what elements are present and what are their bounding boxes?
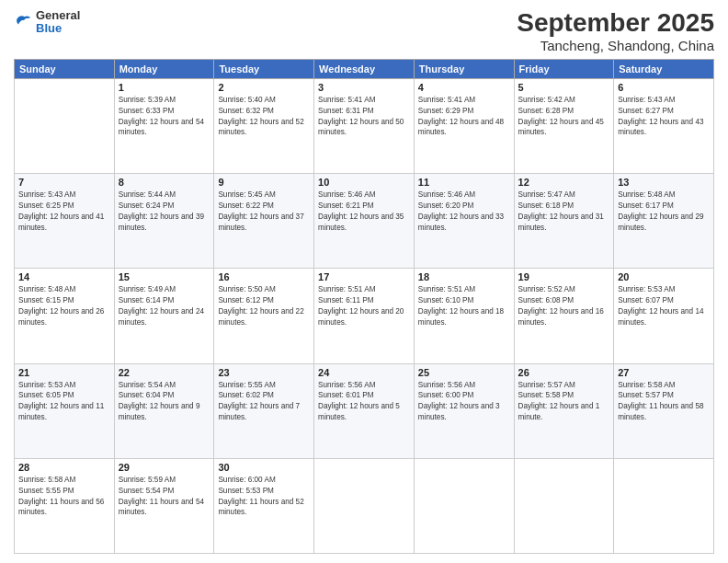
calendar-cell: [614, 458, 714, 553]
page-subtitle: Tancheng, Shandong, China: [517, 38, 714, 53]
calendar-cell: 10Sunrise: 5:46 AMSunset: 6:21 PMDayligh…: [314, 174, 415, 269]
calendar-cell: 30Sunrise: 6:00 AMSunset: 5:53 PMDayligh…: [214, 458, 314, 553]
day-number: 1: [119, 82, 210, 93]
day-info: Sunrise: 5:46 AMSunset: 6:20 PMDaylight:…: [418, 190, 510, 234]
day-info: Sunrise: 5:52 AMSunset: 6:08 PMDaylight:…: [518, 284, 610, 328]
day-info: Sunrise: 5:40 AMSunset: 6:32 PMDaylight:…: [218, 95, 310, 139]
day-number: 21: [18, 367, 110, 378]
day-number: 13: [618, 177, 710, 188]
day-info: Sunrise: 5:51 AMSunset: 6:10 PMDaylight:…: [418, 284, 510, 328]
day-info: Sunrise: 5:53 AMSunset: 6:07 PMDaylight:…: [618, 284, 710, 328]
calendar-cell: 29Sunrise: 5:59 AMSunset: 5:54 PMDayligh…: [114, 458, 214, 553]
calendar-cell: 15Sunrise: 5:49 AMSunset: 6:14 PMDayligh…: [114, 269, 214, 363]
calendar-cell: 3Sunrise: 5:41 AMSunset: 6:31 PMDaylight…: [314, 78, 415, 173]
day-info: Sunrise: 5:55 AMSunset: 6:02 PMDaylight:…: [218, 380, 310, 424]
logo-general: General: [36, 9, 80, 22]
calendar: SundayMondayTuesdayWednesdayThursdayFrid…: [14, 59, 714, 554]
calendar-cell: 24Sunrise: 5:56 AMSunset: 6:01 PMDayligh…: [314, 363, 415, 458]
day-number: 25: [418, 367, 510, 378]
day-info: Sunrise: 5:48 AMSunset: 6:15 PMDaylight:…: [18, 284, 110, 328]
logo-bird-icon: [14, 13, 32, 31]
calendar-header-saturday: Saturday: [614, 59, 714, 78]
calendar-cell: 26Sunrise: 5:57 AMSunset: 5:58 PMDayligh…: [514, 363, 614, 458]
calendar-cell: 28Sunrise: 5:58 AMSunset: 5:55 PMDayligh…: [15, 458, 115, 553]
calendar-cell: [314, 458, 415, 553]
calendar-cell: 19Sunrise: 5:52 AMSunset: 6:08 PMDayligh…: [514, 269, 614, 363]
day-number: 30: [218, 462, 310, 473]
calendar-cell: 13Sunrise: 5:48 AMSunset: 6:17 PMDayligh…: [614, 174, 714, 269]
calendar-cell: [414, 458, 514, 553]
day-info: Sunrise: 5:41 AMSunset: 6:31 PMDaylight:…: [318, 95, 410, 139]
calendar-cell: 11Sunrise: 5:46 AMSunset: 6:20 PMDayligh…: [414, 174, 514, 269]
calendar-cell: 2Sunrise: 5:40 AMSunset: 6:32 PMDaylight…: [214, 78, 314, 173]
title-block: September 2025 Tancheng, Shandong, China: [517, 9, 714, 53]
day-info: Sunrise: 5:45 AMSunset: 6:22 PMDaylight:…: [218, 190, 310, 234]
day-number: 5: [518, 82, 610, 93]
day-number: 26: [518, 367, 610, 378]
day-number: 6: [618, 82, 710, 93]
day-info: Sunrise: 5:56 AMSunset: 6:01 PMDaylight:…: [318, 380, 410, 424]
day-info: Sunrise: 5:51 AMSunset: 6:11 PMDaylight:…: [318, 284, 410, 328]
day-info: Sunrise: 5:50 AMSunset: 6:12 PMDaylight:…: [218, 284, 310, 328]
calendar-cell: 27Sunrise: 5:58 AMSunset: 5:57 PMDayligh…: [614, 363, 714, 458]
day-info: Sunrise: 5:47 AMSunset: 6:18 PMDaylight:…: [518, 190, 610, 234]
calendar-cell: 22Sunrise: 5:54 AMSunset: 6:04 PMDayligh…: [114, 363, 214, 458]
day-number: 3: [318, 82, 410, 93]
day-number: 9: [218, 177, 310, 188]
calendar-cell: 7Sunrise: 5:43 AMSunset: 6:25 PMDaylight…: [15, 174, 115, 269]
day-number: 28: [18, 462, 110, 473]
calendar-cell: 18Sunrise: 5:51 AMSunset: 6:10 PMDayligh…: [414, 269, 514, 363]
calendar-cell: 4Sunrise: 5:41 AMSunset: 6:29 PMDaylight…: [414, 78, 514, 173]
day-number: 15: [119, 271, 210, 282]
day-number: 20: [618, 271, 710, 282]
day-info: Sunrise: 5:57 AMSunset: 5:58 PMDaylight:…: [518, 380, 610, 424]
day-info: Sunrise: 5:41 AMSunset: 6:29 PMDaylight:…: [418, 95, 510, 139]
day-number: 2: [218, 82, 310, 93]
day-info: Sunrise: 5:59 AMSunset: 5:54 PMDaylight:…: [119, 475, 210, 519]
day-info: Sunrise: 5:56 AMSunset: 6:00 PMDaylight:…: [418, 380, 510, 424]
day-number: 27: [618, 367, 710, 378]
calendar-cell: 21Sunrise: 5:53 AMSunset: 6:05 PMDayligh…: [15, 363, 115, 458]
calendar-header-monday: Monday: [114, 59, 214, 78]
day-number: 8: [119, 177, 210, 188]
calendar-cell: 25Sunrise: 5:56 AMSunset: 6:00 PMDayligh…: [414, 363, 514, 458]
logo: General Blue: [14, 9, 80, 36]
day-info: Sunrise: 5:43 AMSunset: 6:27 PMDaylight:…: [618, 95, 710, 139]
day-number: 14: [18, 271, 110, 282]
day-info: Sunrise: 5:58 AMSunset: 5:55 PMDaylight:…: [18, 475, 110, 519]
calendar-cell: [15, 78, 115, 173]
day-number: 7: [18, 177, 110, 188]
calendar-cell: 1Sunrise: 5:39 AMSunset: 6:33 PMDaylight…: [114, 78, 214, 173]
calendar-cell: 23Sunrise: 5:55 AMSunset: 6:02 PMDayligh…: [214, 363, 314, 458]
day-number: 18: [418, 271, 510, 282]
calendar-cell: 16Sunrise: 5:50 AMSunset: 6:12 PMDayligh…: [214, 269, 314, 363]
calendar-cell: 6Sunrise: 5:43 AMSunset: 6:27 PMDaylight…: [614, 78, 714, 173]
day-info: Sunrise: 5:43 AMSunset: 6:25 PMDaylight:…: [18, 190, 110, 234]
day-number: 4: [418, 82, 510, 93]
day-info: Sunrise: 5:39 AMSunset: 6:33 PMDaylight:…: [119, 95, 210, 139]
calendar-header-friday: Friday: [514, 59, 614, 78]
day-number: 12: [518, 177, 610, 188]
logo-blue: Blue: [36, 22, 80, 35]
day-info: Sunrise: 5:44 AMSunset: 6:24 PMDaylight:…: [119, 190, 210, 234]
calendar-cell: 20Sunrise: 5:53 AMSunset: 6:07 PMDayligh…: [614, 269, 714, 363]
day-number: 22: [119, 367, 210, 378]
day-number: 29: [119, 462, 210, 473]
day-info: Sunrise: 5:54 AMSunset: 6:04 PMDaylight:…: [119, 380, 210, 424]
day-info: Sunrise: 6:00 AMSunset: 5:53 PMDaylight:…: [218, 475, 310, 519]
day-number: 16: [218, 271, 310, 282]
calendar-cell: 14Sunrise: 5:48 AMSunset: 6:15 PMDayligh…: [15, 269, 115, 363]
day-number: 23: [218, 367, 310, 378]
calendar-header-wednesday: Wednesday: [314, 59, 415, 78]
day-info: Sunrise: 5:46 AMSunset: 6:21 PMDaylight:…: [318, 190, 410, 234]
day-info: Sunrise: 5:53 AMSunset: 6:05 PMDaylight:…: [18, 380, 110, 424]
calendar-header-thursday: Thursday: [414, 59, 514, 78]
day-number: 19: [518, 271, 610, 282]
day-number: 11: [418, 177, 510, 188]
calendar-cell: 5Sunrise: 5:42 AMSunset: 6:28 PMDaylight…: [514, 78, 614, 173]
calendar-cell: 9Sunrise: 5:45 AMSunset: 6:22 PMDaylight…: [214, 174, 314, 269]
calendar-cell: [514, 458, 614, 553]
day-number: 24: [318, 367, 410, 378]
calendar-cell: 17Sunrise: 5:51 AMSunset: 6:11 PMDayligh…: [314, 269, 415, 363]
day-info: Sunrise: 5:49 AMSunset: 6:14 PMDaylight:…: [119, 284, 210, 328]
